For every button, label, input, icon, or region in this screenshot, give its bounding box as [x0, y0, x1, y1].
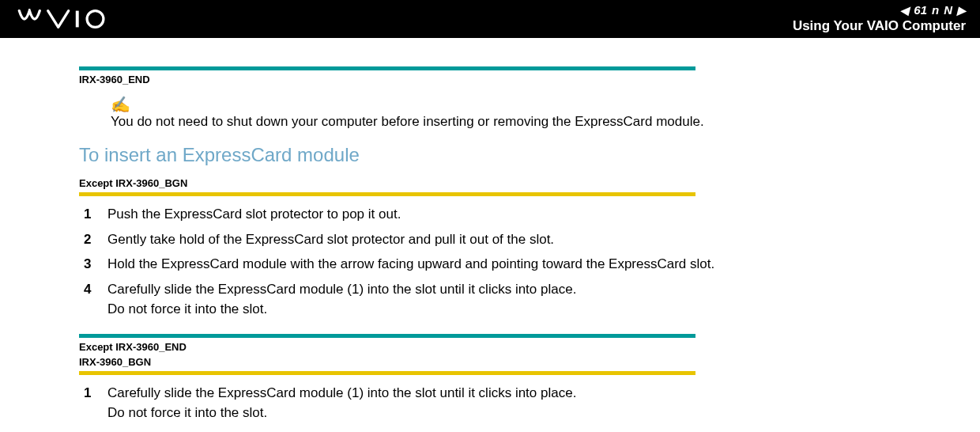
teal-rule	[79, 66, 695, 70]
tag-block-2: Except IRX-3960_BGN	[79, 176, 901, 196]
step-number: 4	[79, 279, 107, 300]
tag-block-1: IRX-3960_END	[79, 66, 901, 87]
step-number: 3	[79, 254, 107, 275]
page-content: IRX-3960_END ✍ You do not need to shut d…	[0, 38, 980, 432]
vaio-logo	[14, 7, 125, 31]
step-number: 2	[79, 229, 107, 250]
list-item: 1 Push the ExpressCard slot protector to…	[79, 204, 901, 225]
note-text: You do not need to shut down your comput…	[111, 114, 901, 130]
tag-label-2: Except IRX-3960_BGN	[79, 176, 901, 191]
tag-label-1: IRX-3960_END	[79, 72, 901, 87]
step-text: Carefully slide the ExpressCard module (…	[107, 279, 901, 320]
nav-next-icon[interactable]: ▶	[957, 5, 966, 17]
svg-rect-0	[76, 11, 79, 28]
pencil-icon: ✍	[111, 97, 901, 112]
step-text: Carefully slide the ExpressCard module (…	[107, 383, 901, 423]
page-nav: ◀ 61 n N ▶	[793, 4, 966, 17]
step-text: Push the ExpressCard slot protector to p…	[107, 204, 901, 225]
page-n-label: n	[932, 4, 939, 17]
page-N-label: N	[944, 4, 952, 17]
header-right: ◀ 61 n N ▶ Using Your VAIO Computer	[793, 4, 966, 33]
note-block: ✍ You do not need to shut down your comp…	[111, 97, 901, 130]
steps-list-b: 1 Carefully slide the ExpressCard module…	[79, 383, 901, 423]
steps-list-a: 1 Push the ExpressCard slot protector to…	[79, 204, 901, 320]
header-title: Using Your VAIO Computer	[793, 19, 966, 34]
list-item: 3 Hold the ExpressCard module with the a…	[79, 254, 901, 275]
tag-label-3a: Except IRX-3960_END	[79, 339, 901, 354]
svg-point-1	[87, 11, 104, 28]
step-text: Gently take hold of the ExpressCard slot…	[107, 229, 901, 250]
step-number: 1	[79, 204, 107, 225]
section-heading: To insert an ExpressCard module	[79, 144, 901, 166]
page-number: 61	[914, 4, 927, 17]
tag-block-3: Except IRX-3960_END IRX-3960_BGN	[79, 334, 901, 375]
list-item: 1 Carefully slide the ExpressCard module…	[79, 383, 901, 423]
yellow-rule	[79, 192, 695, 196]
step-number: 1	[79, 383, 107, 404]
list-item: 2 Gently take hold of the ExpressCard sl…	[79, 229, 901, 250]
tag-label-3b: IRX-3960_BGN	[79, 354, 901, 369]
yellow-rule	[79, 371, 695, 375]
teal-rule	[79, 334, 695, 338]
nav-prev-icon[interactable]: ◀	[900, 5, 909, 17]
step-text: Hold the ExpressCard module with the arr…	[107, 254, 901, 275]
page-header: ◀ 61 n N ▶ Using Your VAIO Computer	[0, 0, 980, 38]
list-item: 4 Carefully slide the ExpressCard module…	[79, 279, 901, 320]
